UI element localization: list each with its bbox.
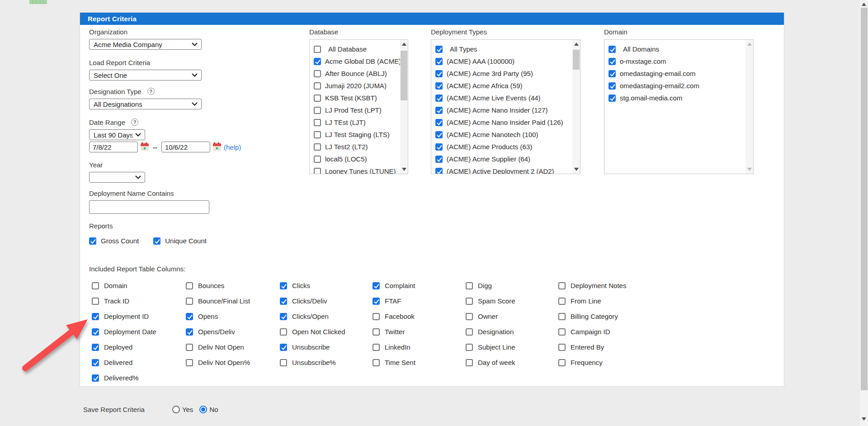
organization-select[interactable]: Acme Media Company [89,39,202,50]
checkbox[interactable] [373,282,380,289]
column-option[interactable]: Entered By [558,342,626,352]
column-option[interactable]: Clicks [280,281,345,290]
scroll-down-icon[interactable] [402,168,406,171]
checkbox[interactable] [280,359,287,366]
checkbox[interactable] [373,359,380,366]
scroll-down-icon[interactable] [574,168,579,171]
checkbox[interactable] [92,344,99,351]
checkbox[interactable] [280,344,287,351]
checkbox[interactable] [186,328,193,336]
designation-type-select[interactable]: All Designations [89,99,202,109]
save-option[interactable]: Yes [172,406,193,413]
list-item[interactable]: (ACME) Acme Live Events (44) [435,92,580,104]
checkbox[interactable] [435,82,443,90]
column-option[interactable]: Open Not Clicked [280,327,345,336]
checkbox[interactable] [92,282,99,289]
list-item[interactable]: o-mxstage.com [609,55,753,67]
calendar-icon[interactable] [141,143,149,151]
checkbox[interactable] [280,298,287,305]
checkbox[interactable] [466,282,473,289]
column-option[interactable]: Delivered% [92,373,156,383]
load-report-criteria-select[interactable]: Select One [89,70,202,80]
checkbox[interactable] [92,313,99,320]
column-option[interactable]: Twitter [373,327,415,336]
column-option[interactable]: Delivered [92,358,156,367]
checkbox[interactable] [186,344,193,351]
calendar-icon[interactable] [213,143,221,151]
checkbox[interactable] [466,344,473,351]
checkbox[interactable] [314,95,321,102]
column-option[interactable]: Domain [92,281,156,290]
column-option[interactable]: Deployment Notes [558,281,626,290]
checkbox[interactable] [373,328,380,336]
checkbox[interactable] [558,344,566,351]
checkbox[interactable] [186,313,193,320]
column-option[interactable]: Deliv Not Open [186,342,250,352]
list-item[interactable]: Jumaji 2020 (JUMA) [314,80,408,92]
checkbox[interactable] [314,168,321,175]
column-option[interactable]: Deployment ID [92,312,156,321]
database-scrollbar[interactable] [400,40,408,174]
list-item[interactable]: Looney Tunes (LTUNE) [314,165,408,174]
checkbox[interactable] [609,70,616,77]
column-option[interactable]: Bounce/Final List [186,296,250,306]
checkbox[interactable] [373,313,380,320]
column-option[interactable]: Owner [466,312,515,321]
column-option[interactable]: Subject Line [466,342,515,352]
checkbox[interactable] [609,82,616,90]
checkbox[interactable] [609,46,616,53]
list-item[interactable]: All Domains [609,43,753,55]
checkbox[interactable] [435,70,443,77]
column-option[interactable]: Deliv Not Open% [186,358,250,367]
list-item[interactable]: All Database [314,43,408,55]
checkbox[interactable] [92,328,99,336]
checkbox[interactable] [89,237,96,245]
checkbox[interactable] [435,107,443,114]
checkbox[interactable] [92,359,99,366]
page-scrollbar-thumb[interactable] [861,8,868,390]
list-item[interactable]: (ACME) AAA (100000) [435,55,580,67]
list-item[interactable]: LJ TEst (LJT) [314,116,408,128]
radio-button[interactable] [172,406,180,413]
date-range-preset-select[interactable]: Last 90 Days [89,129,145,140]
column-option[interactable]: Deployment Date [92,327,156,336]
column-option[interactable]: Unsubscribe [280,342,345,352]
checkbox[interactable] [466,313,473,320]
deployment-types-scrollbar[interactable] [572,40,580,174]
column-option[interactable]: Clicks/Open [280,312,345,321]
checkbox[interactable] [186,298,193,305]
checkbox[interactable] [558,298,566,305]
column-option[interactable]: Clicks/Deliv [280,296,345,306]
checkbox[interactable] [558,359,566,366]
column-option[interactable]: Digg [466,281,515,290]
checkbox[interactable] [92,374,99,382]
column-option[interactable]: Opens/Deliv [186,327,250,336]
column-option[interactable]: LinkedIn [373,342,415,352]
checkbox[interactable] [435,58,443,65]
list-item[interactable]: (ACME) Acme Nano Insider Paid (126) [435,116,580,128]
page-scrollbar[interactable] [860,0,868,426]
checkbox[interactable] [280,282,287,289]
checkbox[interactable] [435,168,443,175]
list-item[interactable]: (ACME) Acme Nano Insider (127) [435,104,580,116]
list-item[interactable]: (ACME) Acme Supplier (64) [435,153,580,165]
list-item[interactable]: All Types [435,43,580,55]
checkbox[interactable] [314,156,321,163]
column-option[interactable]: Designation [466,327,515,336]
date-help-link[interactable]: (help) [224,143,241,151]
list-item[interactable]: KSB Test (KSBT) [314,92,408,104]
start-date-input[interactable] [89,142,138,152]
scrollbar-thumb[interactable] [573,50,580,70]
checkbox[interactable] [466,359,473,366]
checkbox[interactable] [314,119,321,126]
checkbox[interactable] [435,143,443,151]
scrollbar-thumb[interactable] [401,51,407,100]
list-item[interactable]: LJ Test2 (LT2) [314,141,408,153]
list-item[interactable]: stg.omail-media.com [609,92,753,104]
scroll-up-icon[interactable] [574,43,579,46]
column-option[interactable]: From Line [558,296,626,306]
report-option[interactable]: Unique Count [153,237,207,245]
report-option[interactable]: Gross Count [89,237,139,245]
checkbox[interactable] [558,313,566,320]
end-date-input[interactable] [161,142,210,152]
